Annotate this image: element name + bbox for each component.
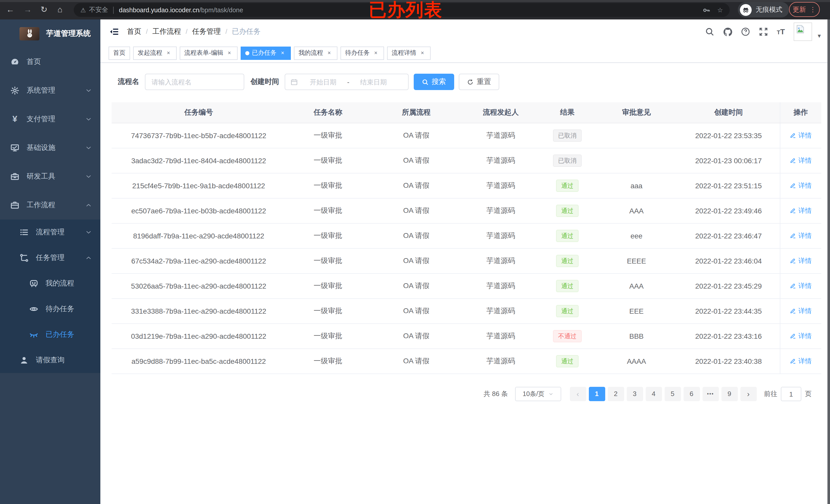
breadcrumb-item[interactable]: 任务管理 (192, 27, 221, 36)
chevron-up-icon (86, 255, 92, 261)
tab-item[interactable]: 首页 (108, 46, 130, 60)
page-button[interactable]: 2 (608, 387, 624, 401)
sidebar-item[interactable]: 工作流程 (0, 191, 100, 220)
avatar-caret-icon[interactable]: ▾ (818, 32, 821, 39)
detail-link[interactable]: 详情 (790, 131, 812, 140)
cell-opinion: BBB (596, 324, 677, 349)
next-page-button[interactable]: › (740, 387, 757, 401)
close-icon[interactable]: × (326, 49, 333, 57)
chevron-down-icon (86, 88, 92, 94)
sidebar-item[interactable]: 请假查询 (0, 347, 100, 373)
more-pages-button[interactable]: ••• (702, 387, 719, 401)
end-date-input[interactable] (353, 77, 394, 86)
close-icon[interactable]: × (165, 49, 172, 57)
sidebar: 芋道管理系统 首页系统管理¥支付管理基础设施研发工具工作流程流程管理任务管理我的… (0, 20, 100, 504)
search-button[interactable]: 搜索 (414, 74, 454, 90)
tab-item[interactable]: 流程表单-编辑× (180, 46, 237, 60)
cell-actions: 详情 (780, 273, 821, 299)
fullscreen-icon[interactable] (759, 27, 768, 36)
chat-face-icon (29, 279, 38, 288)
cell-task-id: ec507ae6-7b9a-11ec-b03b-acde48001122 (111, 198, 286, 223)
avatar[interactable] (794, 22, 812, 41)
password-key-icon[interactable] (703, 6, 711, 14)
cell-result: 已取消 (539, 123, 596, 148)
prev-page-button[interactable]: ‹ (570, 387, 586, 401)
browser-forward-icon[interactable]: → (22, 4, 33, 15)
sidebar-item[interactable]: 基础设施 (0, 134, 100, 162)
detail-link[interactable]: 详情 (790, 231, 812, 240)
sidebar-item[interactable]: 我的流程 (0, 271, 100, 296)
incognito-label: 无痕模式 (756, 5, 783, 14)
cell-task-id: 53026aa5-7b9a-11ec-a290-acde48001122 (111, 273, 286, 299)
reset-button[interactable]: 重置 (459, 74, 499, 90)
help-icon[interactable] (741, 27, 750, 36)
cell-task-id: 67c534a2-7b9a-11ec-a290-acde48001122 (111, 248, 286, 273)
sidebar-item[interactable]: ¥支付管理 (0, 105, 100, 134)
detail-link[interactable]: 详情 (790, 256, 812, 266)
cell-create-time: 2022-01-22 23:45:29 (677, 273, 780, 299)
chrome-menu-icon[interactable]: ⋮ (809, 6, 816, 13)
font-size-icon[interactable]: TT (777, 27, 785, 36)
date-range-picker[interactable]: - (285, 74, 409, 90)
close-icon[interactable]: × (279, 49, 286, 57)
sidebar-item[interactable]: 任务管理 (0, 245, 100, 271)
cell-result: 不通过 (539, 324, 596, 349)
sidebar-item-label: 任务管理 (36, 253, 65, 263)
sidebar-item[interactable]: 已办任务 (0, 322, 100, 347)
start-date-input[interactable] (302, 77, 344, 86)
detail-link[interactable]: 详情 (790, 332, 812, 341)
cell-flow: OA 请假 (370, 148, 462, 173)
app-logo[interactable]: 芋道管理系统 (0, 20, 100, 47)
chrome-update-button[interactable]: 更新 ⋮ (789, 2, 820, 17)
close-icon[interactable]: × (372, 49, 379, 57)
sidebar-item[interactable]: 首页 (0, 47, 100, 76)
table-row: 03d1219e-7b9a-11ec-a290-acde48001122一级审批… (111, 324, 821, 349)
process-name-input[interactable] (145, 74, 244, 90)
detail-link[interactable]: 详情 (790, 206, 812, 215)
tab-item[interactable]: 发起流程× (133, 46, 177, 60)
calendar-icon (290, 78, 298, 86)
tab-active[interactable]: 已办任务× (241, 46, 291, 60)
browser-reload-icon[interactable]: ↻ (38, 4, 50, 15)
close-icon[interactable]: × (226, 49, 233, 57)
breadcrumb-item[interactable]: 工作流程 (152, 27, 181, 36)
sidebar-item[interactable]: 研发工具 (0, 162, 100, 191)
search-icon[interactable] (705, 27, 714, 36)
detail-label: 详情 (799, 231, 812, 240)
detail-link[interactable]: 详情 (790, 181, 812, 190)
tab-item[interactable]: 我的流程× (294, 46, 338, 60)
breadcrumb-item[interactable]: 首页 (127, 27, 141, 36)
page-button[interactable]: 9 (721, 387, 738, 401)
github-icon[interactable] (723, 27, 732, 36)
detail-link[interactable]: 详情 (790, 156, 812, 165)
close-icon[interactable]: × (419, 49, 426, 57)
page-button[interactable]: 3 (627, 387, 643, 401)
detail-link[interactable]: 详情 (790, 306, 812, 316)
sidebar-item[interactable]: 待办任务 (0, 296, 100, 322)
page-size-select[interactable]: 10条/页 (515, 387, 561, 401)
browser-home-icon[interactable]: ⌂ (54, 4, 66, 15)
annotation-done-list: 已办列表 (369, 0, 442, 22)
page-button[interactable]: 6 (683, 387, 700, 401)
column-header: 结果 (539, 102, 596, 123)
tab-item[interactable]: 流程详情× (387, 46, 430, 60)
sidebar-fold-icon[interactable] (109, 27, 119, 36)
toolbox-icon (10, 172, 20, 181)
browser-back-icon[interactable]: ← (5, 4, 16, 15)
cell-task-name: 一级审批 (286, 349, 370, 374)
tab-item[interactable]: 待办任务× (341, 46, 384, 60)
page-button[interactable]: 1 (588, 387, 605, 401)
cell-opinion: EEEE (596, 248, 677, 273)
page-button[interactable]: 5 (664, 387, 681, 401)
goto-page-input[interactable] (781, 387, 801, 401)
sidebar-item[interactable]: 流程管理 (0, 220, 100, 245)
sidebar-item[interactable]: 系统管理 (0, 76, 100, 105)
cell-task-id: 03d1219e-7b9a-11ec-a290-acde48001122 (111, 324, 286, 349)
incognito-badge: 无痕模式 (738, 2, 789, 18)
page-button[interactable]: 4 (645, 387, 662, 401)
detail-link[interactable]: 详情 (790, 357, 812, 366)
browser-scrollbar[interactable] (827, 20, 830, 504)
detail-link[interactable]: 详情 (790, 281, 812, 291)
bookmark-star-icon[interactable]: ☆ (717, 6, 723, 14)
goto-unit-label: 页 (805, 390, 811, 399)
